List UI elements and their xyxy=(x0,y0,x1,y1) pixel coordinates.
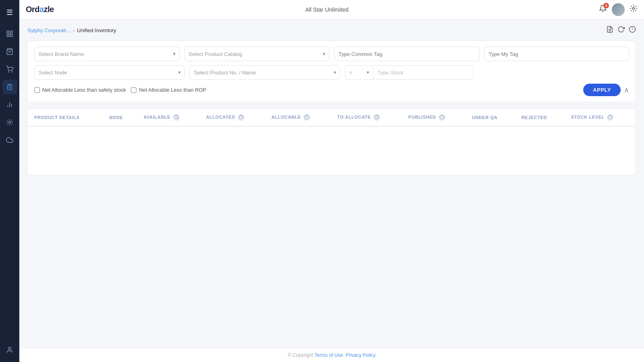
stock-filter-group: < ≤ = ≥ > ▾ xyxy=(345,65,474,80)
svg-point-5 xyxy=(8,72,9,72)
node-select[interactable]: Select Node xyxy=(34,65,185,80)
sidebar-item-cart[interactable] xyxy=(2,62,17,76)
svg-point-6 xyxy=(12,72,12,72)
filter-row-1: Select Brand Name ▾ Select Product Catal… xyxy=(34,47,629,61)
checkbox-safety-stock-label: Net Allocable Less than safety stock xyxy=(42,87,126,93)
available-info-icon[interactable]: ⓘ xyxy=(173,115,179,120)
top-navbar: Ordazle· All Star Unlimited 3 xyxy=(19,0,644,19)
empty-state-message xyxy=(28,126,636,175)
common-tag-filter-wrapper xyxy=(334,47,479,61)
brand-select[interactable]: Select Brand Name xyxy=(34,47,180,61)
svg-rect-0 xyxy=(7,31,9,33)
table-section: PRODUCT DETAILS NODE AVAILABLE ⓘ xyxy=(27,109,636,341)
filter-panel: Select Brand Name ▾ Select Product Catal… xyxy=(27,41,636,102)
notifications-button[interactable]: 3 xyxy=(599,4,607,14)
catalog-filter-wrapper: Select Product Catalog ▾ xyxy=(184,47,330,61)
brand-filter-wrapper: Select Brand Name ▾ xyxy=(34,47,180,61)
stock-level-info-icon[interactable]: ⓘ xyxy=(607,115,613,120)
breadcrumb-separator: › xyxy=(73,27,74,33)
user-avatar[interactable] xyxy=(612,3,625,16)
sidebar-item-profile[interactable] xyxy=(2,343,17,357)
col-published: PUBLISHED ⓘ xyxy=(402,109,465,126)
common-tag-input[interactable] xyxy=(334,47,479,61)
col-product-details: PRODUCT DETAILS xyxy=(28,109,103,126)
breadcrumb-parent[interactable]: Sylphy Corporati... xyxy=(27,27,70,33)
col-available: AVAILABLE ⓘ xyxy=(137,109,200,126)
sidebar-item-dashboard[interactable] xyxy=(2,27,17,41)
stock-operator-select[interactable]: < ≤ = ≥ > xyxy=(345,65,373,80)
checkbox-safety-stock[interactable]: Net Allocable Less than safety stock xyxy=(34,87,126,93)
table-header-row: PRODUCT DETAILS NODE AVAILABLE ⓘ xyxy=(28,109,636,126)
empty-row xyxy=(28,126,636,175)
col-under-qa: UNDER QA xyxy=(465,109,515,126)
stock-input[interactable] xyxy=(373,65,474,80)
filter-row-3: Net Allocable Less than safety stock Net… xyxy=(34,84,629,96)
footer-privacy-link[interactable]: Privacy Policy xyxy=(346,352,376,358)
sidebar: ☰ xyxy=(0,0,19,362)
breadcrumb: Sylphy Corporati... › Unified Inventory xyxy=(27,26,636,35)
company-name: All Star Unlimited xyxy=(305,6,348,13)
sidebar-item-cloud[interactable] xyxy=(2,133,17,147)
breadcrumb-action-buttons xyxy=(606,26,636,35)
export-icon[interactable] xyxy=(606,26,613,35)
my-tag-input[interactable] xyxy=(484,47,630,61)
apply-section: APPLY ∧ xyxy=(583,84,629,96)
page-footer: © Copyright Terms of Use, Privacy Policy xyxy=(19,348,644,362)
svg-rect-1 xyxy=(10,31,12,33)
notification-badge: 3 xyxy=(603,3,609,8)
app-logo: Ordazle· xyxy=(26,5,55,14)
svg-point-14 xyxy=(8,347,11,350)
col-allocated: ALLOCATED ⓘ xyxy=(200,109,265,126)
col-allocable: ALLOCABLE ⓘ xyxy=(265,109,331,126)
breadcrumb-current: Unified Inventory xyxy=(77,27,116,33)
footer-terms-link[interactable]: Terms of Use xyxy=(314,352,343,358)
checkbox-rop[interactable]: Net Allocable Less than ROP xyxy=(131,87,206,93)
hamburger-menu-button[interactable]: ☰ xyxy=(3,5,16,20)
svg-rect-7 xyxy=(9,84,11,85)
table-body xyxy=(28,126,636,175)
more-info-icon[interactable] xyxy=(629,26,636,35)
svg-point-15 xyxy=(633,8,635,10)
inventory-table: PRODUCT DETAILS NODE AVAILABLE ⓘ xyxy=(28,109,636,175)
sidebar-item-tools[interactable] xyxy=(2,115,17,130)
refresh-icon[interactable] xyxy=(617,26,625,35)
apply-button[interactable]: APPLY xyxy=(583,84,621,96)
svg-point-13 xyxy=(9,121,11,123)
sidebar-item-inventory[interactable] xyxy=(2,80,17,94)
node-filter-wrapper: Select Node ▾ xyxy=(34,65,185,80)
allocable-info-icon[interactable]: ⓘ xyxy=(304,115,310,120)
topnav-actions: 3 xyxy=(599,3,638,16)
collapse-filter-button[interactable]: ∧ xyxy=(624,86,629,95)
allocated-info-icon[interactable]: ⓘ xyxy=(238,115,244,120)
product-filter-wrapper: Select Product No. / Name ▾ xyxy=(190,65,340,80)
product-select[interactable]: Select Product No. / Name xyxy=(190,65,340,80)
footer-copyright: © Copyright xyxy=(288,352,314,358)
sidebar-item-reports[interactable] xyxy=(2,97,17,112)
col-rejected: REJECTED xyxy=(515,109,564,126)
svg-rect-2 xyxy=(10,35,12,37)
svg-rect-3 xyxy=(7,35,9,37)
to-allocate-info-icon[interactable]: ⓘ xyxy=(374,115,380,120)
col-stock-level: STOCK LEVEL ⓘ xyxy=(565,109,636,126)
checkbox-rop-input[interactable] xyxy=(131,87,136,93)
filter-row-2: Select Node ▾ Select Product No. / Name … xyxy=(34,65,629,80)
checkbox-safety-stock-input[interactable] xyxy=(34,87,40,93)
settings-button[interactable] xyxy=(630,4,638,14)
inventory-table-container: PRODUCT DETAILS NODE AVAILABLE ⓘ xyxy=(27,109,636,175)
my-tag-filter-wrapper xyxy=(484,47,630,61)
catalog-select[interactable]: Select Product Catalog xyxy=(184,47,330,61)
col-node: NODE xyxy=(103,109,137,126)
sidebar-item-orders[interactable] xyxy=(2,44,17,59)
published-info-icon[interactable]: ⓘ xyxy=(439,115,445,120)
stock-operator-wrapper: < ≤ = ≥ > ▾ xyxy=(345,65,373,80)
col-to-allocate: TO ALLOCATE ⓘ xyxy=(331,109,402,126)
checkbox-rop-label: Net Allocable Less than ROP xyxy=(139,87,206,93)
